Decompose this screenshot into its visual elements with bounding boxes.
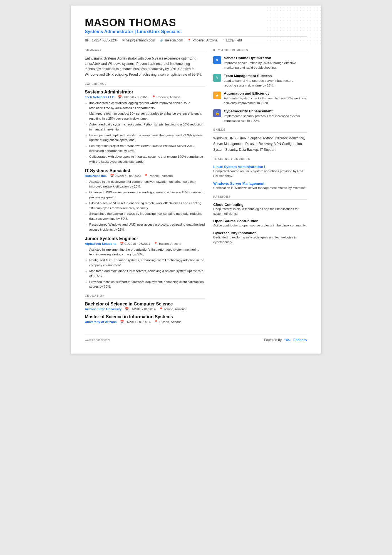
contact-linkedin: 🔗 linkedin.com	[160, 38, 183, 42]
job-item: Junior Systems Engineer AlphaTech Soluti…	[85, 236, 205, 290]
bullet-item: Assisted in the deployment of comprehens…	[89, 179, 205, 189]
calendar-icon: 📅	[125, 307, 129, 311]
training-desc: Completed course on Linux system operati…	[213, 169, 307, 179]
edu-item: Bachelor of Science in Computer Science …	[85, 302, 205, 311]
calendar-icon: 📅	[118, 95, 122, 99]
passion-desc: Deep interest in cloud technologies and …	[213, 207, 307, 216]
edu-location: 📍 Tucson, Arizona	[154, 320, 182, 324]
skills-label: SKILLS	[213, 128, 307, 133]
resume-container: MASON THOMAS Systems Administrator | Lin…	[71, 6, 321, 354]
training-item: Linux System Administration I Completed …	[213, 165, 307, 179]
job-title: Junior Systems Engineer	[85, 236, 205, 241]
edu-dates: 📅 01/2014 - 01/2016	[120, 320, 151, 324]
lock-icon: 🔒	[215, 111, 220, 115]
passions-section: PASSIONS Cloud Computing Deep interest i…	[213, 195, 307, 245]
job-meta: AlphaTech Solutions 📅 01/2015 - 03/2017 …	[85, 242, 205, 246]
job-bullets: Implemented a centralized logging system…	[85, 101, 205, 164]
job-meta: Tech Networks LLC 📅 06/2020 - 09/2023 📍 …	[85, 95, 205, 99]
job-bullets: Assisted in the deployment of comprehens…	[85, 179, 205, 232]
achievement-item: ★ Automation and Efficiency Automated sy…	[213, 91, 307, 106]
job-title: IT Systems Specialist	[85, 168, 205, 173]
training-title: Linux System Administration I	[213, 165, 307, 169]
pin-icon: 📍	[154, 320, 158, 324]
experience-label: EXPERIENCE	[85, 82, 205, 87]
job-location: 📍 Phoenix, Arizona	[144, 174, 173, 178]
powered-by-text: Powered by	[264, 338, 282, 342]
achievement-item: ✎ Team Management Success Lead a team of…	[213, 74, 307, 88]
achievement-icon: ✎	[213, 74, 221, 82]
edu-school: University of Arizona	[85, 320, 117, 324]
achievement-icon: ♥	[213, 56, 221, 64]
heart-icon: ♥	[216, 58, 218, 62]
passion-title: Open Source Contribution	[213, 219, 307, 223]
footer: www.enhancv.com Powered by Enhancv	[85, 334, 307, 342]
extra-icon: ☆	[222, 39, 225, 42]
candidate-name: MASON THOMAS	[85, 17, 307, 29]
achievement-title: Cybersecurity Enhancement	[224, 109, 307, 113]
bullet-item: Collaborated with developers to integrat…	[89, 154, 205, 164]
job-dates: 📅 06/2020 - 09/2023	[118, 95, 148, 99]
passion-desc: Active contributor to open source projec…	[213, 223, 307, 228]
job-location: 📍 Phoenix, Arizona	[152, 95, 180, 99]
job-item: IT Systems Specialist DataPulse Inc. 📅 0…	[85, 168, 205, 232]
bullet-item: Assisted in implementing the organizatio…	[89, 247, 205, 257]
contact-location: 📍 Phoenix, Arizona	[187, 38, 217, 42]
edu-meta: Arizona State University 📅 01/2010 - 01/…	[85, 307, 205, 311]
pencil-icon: ✎	[215, 76, 219, 80]
achievement-content: Server Uptime Optimization Improved serv…	[224, 56, 307, 70]
edu-degree: Master of Science in Information Systems	[85, 314, 205, 319]
footer-brand: Powered by Enhancv	[264, 337, 307, 342]
achievement-desc: Implemented security protocols that incr…	[224, 114, 307, 124]
passion-desc: Dedicated to exploring new techniques an…	[213, 235, 307, 245]
contact-email: ✉ help@enhancv.com	[122, 38, 155, 42]
achievements-label: KEY ACHIEVEMENTS	[213, 49, 307, 53]
bullet-item: Automated daily system checks using Pyth…	[89, 122, 205, 132]
education-label: EDUCATION	[85, 294, 205, 299]
achievement-title: Server Uptime Optimization	[224, 56, 307, 60]
achievements-section: KEY ACHIEVEMENTS ♥ Server Uptime Optimiz…	[213, 49, 307, 123]
job-company: Tech Networks LLC	[85, 95, 115, 99]
achievement-item: ♥ Server Uptime Optimization Improved se…	[213, 56, 307, 70]
job-dates: 📅 04/2017 - 05/2020	[110, 174, 141, 178]
achievement-desc: Automated system checks that resulted in…	[224, 96, 307, 106]
achievement-desc: Lead a team of 4 to upgrade server infra…	[224, 78, 307, 88]
job-company: DataPulse Inc.	[85, 174, 107, 177]
enhancv-logo-icon	[283, 337, 292, 342]
training-label: TRAINING / COURSES	[213, 157, 307, 162]
bullet-item: Configured 100+ end-user systems, enhanc…	[89, 258, 205, 268]
location-icon: 📍	[187, 39, 191, 42]
achievement-title: Automation and Efficiency	[224, 91, 307, 95]
achievement-content: Automation and Efficiency Automated syst…	[224, 91, 307, 106]
bullet-item: Monitored and maintained Linux servers, …	[89, 269, 205, 279]
training-desc: Certification in Windows server manageme…	[213, 186, 307, 190]
left-column: SUMMARY Enthusiastic Systems Administrat…	[85, 49, 205, 329]
achievement-content: Cybersecurity Enhancement Implemented se…	[224, 109, 307, 124]
experience-section: EXPERIENCE Systems Administrator Tech Ne…	[85, 82, 205, 289]
passion-item: Cloud Computing Deep interest in cloud t…	[213, 203, 307, 216]
bullet-item: Managed a team to conduct 50+ server upg…	[89, 111, 205, 121]
pin-icon: 📍	[159, 307, 163, 311]
bullet-item: Led migration project from Windows Serve…	[89, 144, 205, 154]
contact-extra: ☆ Extra Field	[222, 38, 242, 42]
edu-school: Arizona State University	[85, 307, 121, 311]
bullet-item: Provided technical support for software …	[89, 280, 205, 290]
achievement-title: Team Management Success	[224, 74, 307, 78]
pin-icon: 📍	[152, 95, 156, 99]
summary-section: SUMMARY Enthusiastic Systems Administrat…	[85, 49, 205, 77]
link-icon: 🔗	[160, 39, 163, 42]
passion-item: Cybersecurity Innovation Dedicated to ex…	[213, 231, 307, 245]
summary-text: Enthusiastic Systems Administrator with …	[85, 56, 205, 77]
bullet-item: Optimized UNIX server performance leadin…	[89, 190, 205, 200]
achievement-desc: Improved server uptime by 99.9% through …	[224, 61, 307, 70]
passion-title: Cloud Computing	[213, 203, 307, 207]
bullet-item: Implemented a centralized logging system…	[89, 101, 205, 111]
bullet-item: Piloted a secure VPN setup enhancing rem…	[89, 201, 205, 211]
job-company: AlphaTech Solutions	[85, 242, 116, 245]
skills-text: Windows, UNIX, Linux, Scripting, Python,…	[213, 135, 307, 152]
right-column: KEY ACHIEVEMENTS ♥ Server Uptime Optimiz…	[213, 49, 307, 329]
training-title: Windows Server Management	[213, 181, 307, 186]
enhancv-brand-text: Enhancv	[293, 338, 307, 342]
edu-meta: University of Arizona 📅 01/2014 - 01/201…	[85, 320, 205, 324]
training-item: Windows Server Management Certification …	[213, 181, 307, 190]
pin-icon: 📍	[154, 242, 158, 246]
